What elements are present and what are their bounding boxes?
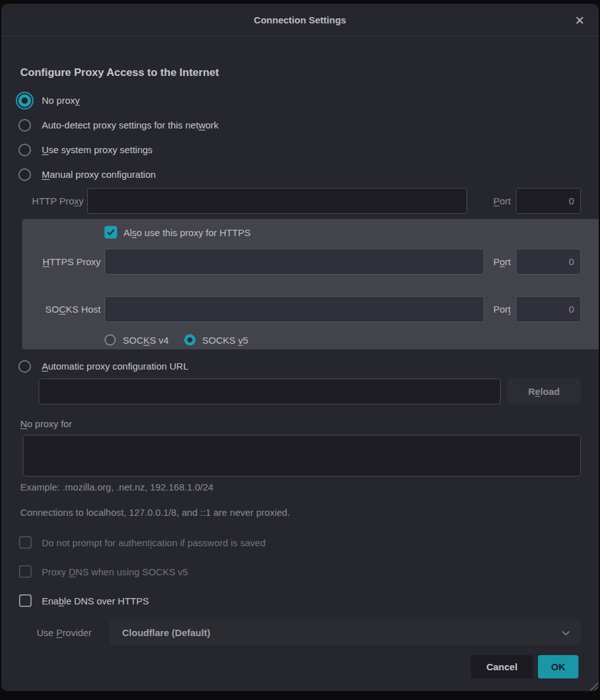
localhost-note-text: Connections to localhost, 127.0.0.1/8, a… — [20, 507, 580, 518]
socks-port-label: Port — [484, 304, 516, 315]
http-proxy-input[interactable] — [87, 188, 467, 214]
https-proxy-label: HTTPS Proxy — [22, 256, 104, 267]
https-port-input[interactable] — [516, 249, 581, 275]
chevron-down-icon — [561, 628, 571, 638]
page-title: Configure Proxy Access to the Internet — [20, 66, 580, 79]
checkbox-enable-doh[interactable]: Enable DNS over HTTPS — [19, 593, 599, 608]
checkbox-icon[interactable] — [19, 536, 32, 549]
radio-system-proxy[interactable]: Use system proxy settings — [1, 137, 599, 162]
checkbox-icon[interactable] — [19, 594, 32, 607]
checkbox-no-prompt-auth[interactable]: Do not prompt for authentication if pass… — [19, 535, 599, 550]
enable-doh-label: Enable DNS over HTTPS — [42, 596, 149, 606]
https-port-label: Port — [484, 256, 516, 267]
radio-button-icon[interactable] — [184, 334, 196, 346]
proxy-dns-label: Proxy DNS when using SOCKS v5 — [42, 566, 188, 577]
radio-auto-url-label: Automatic proxy configuration URL — [42, 361, 189, 372]
http-proxy-label: HTTP Proxy — [1, 196, 87, 206]
no-prompt-auth-label: Do not prompt for authentication if pass… — [42, 537, 266, 548]
socks-host-input[interactable] — [104, 296, 484, 322]
also-use-https-checkbox-row[interactable]: Also use this proxy for HTTPS — [104, 224, 599, 241]
titlebar: Connection Settings ✕ — [1, 4, 599, 36]
radio-auto-proxy-url[interactable]: Automatic proxy configuration URL — [1, 354, 599, 378]
close-icon[interactable]: ✕ — [571, 11, 589, 29]
radio-autodetect-label: Auto-detect proxy settings for this netw… — [42, 120, 218, 130]
auto-proxy-url-input[interactable] — [39, 378, 501, 404]
radio-button-icon[interactable] — [18, 119, 31, 132]
socks-v4-label: SOCKS v4 — [123, 335, 169, 346]
radio-manual-label: Manual proxy configuration — [42, 169, 156, 180]
http-port-label: Port — [467, 196, 516, 206]
ok-button[interactable]: OK — [538, 655, 578, 678]
dialog-title: Connection Settings — [254, 15, 346, 25]
socks-host-label: SOCKS Host — [22, 304, 104, 315]
socks-v5-label: SOCKS v5 — [203, 335, 249, 346]
also-use-https-label: Also use this proxy for HTTPS — [123, 227, 251, 238]
radio-button-icon[interactable] — [18, 94, 31, 107]
no-proxy-example-text: Example: .mozilla.org, .net.nz, 192.168.… — [20, 482, 580, 492]
radio-button-icon[interactable] — [18, 360, 31, 373]
radio-button-icon[interactable] — [104, 334, 116, 346]
no-proxy-for-textarea[interactable] — [23, 435, 581, 477]
https-socks-section: Also use this proxy for HTTPS HTTPS Prox… — [22, 219, 599, 349]
radio-button-icon[interactable] — [18, 168, 31, 181]
dialog-footer: Cancel OK — [1, 655, 578, 678]
https-proxy-row: HTTPS Proxy Port — [22, 249, 599, 275]
socks-version-row: SOCKS v4 SOCKS v5 — [104, 332, 599, 348]
radio-socks-v5[interactable]: SOCKS v5 — [184, 334, 249, 346]
doh-provider-selected-value: Cloudflare (Default) — [122, 627, 561, 638]
resize-grip[interactable] — [589, 681, 598, 691]
check-icon — [106, 228, 115, 237]
checkbox-proxy-dns[interactable]: Proxy DNS when using SOCKS v5 — [19, 564, 599, 579]
radio-autodetect-proxy[interactable]: Auto-detect proxy settings for this netw… — [1, 113, 599, 137]
radio-button-icon[interactable] — [18, 144, 31, 156]
connection-settings-dialog: Connection Settings ✕ Configure Proxy Ac… — [1, 4, 599, 691]
socks-host-row: SOCKS Host Port — [22, 296, 599, 322]
http-proxy-row: HTTP Proxy Port — [1, 188, 599, 214]
radio-socks-v4[interactable]: SOCKS v4 — [104, 334, 169, 346]
radio-no-proxy-label: No proxy — [42, 95, 80, 106]
radio-manual-proxy[interactable]: Manual proxy configuration — [1, 162, 599, 187]
socks-port-input[interactable] — [516, 296, 581, 322]
http-port-input[interactable] — [516, 188, 581, 214]
checkbox-checked-icon[interactable] — [104, 226, 117, 239]
doh-provider-row: Use Provider Cloudflare (Default) — [37, 620, 581, 646]
use-provider-label: Use Provider — [37, 627, 109, 638]
checkbox-icon[interactable] — [19, 565, 32, 578]
doh-provider-select[interactable]: Cloudflare (Default) — [109, 620, 581, 646]
reload-button[interactable]: Reload — [507, 378, 581, 404]
radio-system-label: Use system proxy settings — [42, 144, 153, 155]
auto-proxy-url-row: Reload — [39, 378, 581, 404]
cancel-button[interactable]: Cancel — [471, 655, 533, 678]
radio-no-proxy[interactable]: No proxy — [1, 88, 599, 113]
no-proxy-for-label: No proxy for — [20, 418, 599, 429]
https-proxy-input[interactable] — [104, 249, 484, 275]
